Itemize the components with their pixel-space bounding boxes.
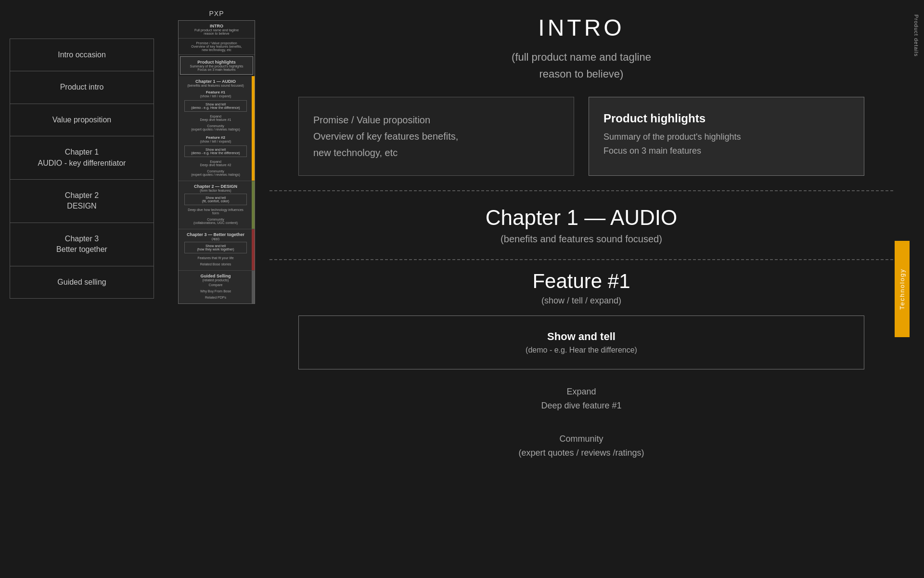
intro-title: INTRO [298,14,864,41]
feature1-area: Feature #1 (show / tell / expand) Show a… [270,260,893,578]
pxp-community-design: Community(collaborations, UGC content) [182,216,249,226]
nav-item-intro-occasion[interactable]: Intro occasion [10,39,154,71]
features-area: Feature #1 (show / tell / expand) Show a… [270,260,893,578]
pxp-guided-section: Guided Selling (related products) Compar… [179,271,255,303]
promise-highlights-row: Promise / Value proposition Overview of … [298,97,864,176]
top-section: INTRO (full product name and tagline rea… [270,0,893,191]
nav-item-value-proposition[interactable]: Value proposition [10,104,154,136]
highlights-box: Product highlights Summary of the produc… [589,97,864,176]
pxp-community-2: Community(expert quotes / reviews /ratin… [182,168,249,178]
pxp-expand-design: Deep dive how technology influences form [182,207,249,216]
pxp-show-tell-together: Show and tell(how they work together) [184,242,247,253]
nav-item-guided-selling[interactable]: Guided selling [10,266,154,298]
community-box: Community (expert quotes / reviews /rati… [298,422,864,470]
nav-items-list: Intro occasion Product intro Value propo… [10,39,154,299]
pxp-feature1: Feature #1 (show / tell / expand) [182,89,249,99]
bottom-section: Chapter 1 — AUDIO (benefits and features… [270,191,893,578]
pxp-expand-2: ExpandDeep dive feature #2 [182,158,249,168]
pxp-intro-section: INTRO Full product name and taglinereaso… [179,21,255,39]
pxp-promise-section: Promise / Value propositionOverview of k… [179,39,255,55]
product-details-tab[interactable]: Product details [911,0,924,578]
product-details-label: Product details [911,10,922,62]
pxp-chapter2-section: Chapter 2 — DESIGN (form factor features… [179,181,255,229]
pxp-show-tell-design: Show and tell(fit, comfort, color) [184,194,247,205]
pxp-community-1: Community(expert quotes / reviews /ratin… [182,123,249,132]
expand-box: Expand Deep dive feature #1 [298,375,864,422]
main-content-area: INTRO (full product name and tagline rea… [270,0,893,578]
promise-box: Promise / Value proposition Overview of … [298,97,574,176]
feature1-sub: (show / tell / expand) [298,296,864,306]
pxp-show-tell-1: Show and tell(demo - e.g. Hear the diffe… [184,100,247,112]
show-tell-sub: (demo - e.g. Hear the difference) [313,346,849,355]
chapter1-sub: (benefits and features sound focused) [298,234,864,245]
pxp-related-together: Related Bose stories [182,261,249,267]
nav-item-chapter3[interactable]: Chapter 3Better together [10,223,154,266]
highlights-title: Product highlights [603,112,849,125]
pxp-features-together: Features that fit your life [182,255,249,261]
chapter1-header: Chapter 1 — AUDIO (benefits and features… [270,191,893,260]
show-tell-title: Show and tell [313,330,849,343]
highlights-subtitle: Summary of the product's highlights Focu… [603,130,849,158]
technology-label: Technology [895,241,910,337]
intro-subtitle: (full product name and tagline reason to… [298,49,864,82]
pxp-feature2: Feature #2 (show / tell / expand) [182,134,249,144]
pxp-compare: Compare [182,282,249,288]
left-navigation: Intro occasion Product intro Value propo… [0,0,164,578]
chapter1-title: Chapter 1 — AUDIO [298,206,864,230]
nav-item-chapter2[interactable]: Chapter 2DESIGN [10,180,154,223]
pxp-chapter1-section: Chapter 1 — AUDIO (benefits and features… [179,76,255,181]
pxp-diagram: INTRO Full product name and taglinereaso… [178,20,255,304]
nav-item-chapter1[interactable]: Chapter 1AUDIO - key differentiator [10,136,154,180]
pxp-expand-1: ExpandDeep dive feature #1 [182,113,249,123]
right-technology-bar: Technology [893,0,911,578]
pxp-highlights-section: Product highlights Summary of the produc… [180,56,253,75]
pxp-show-tell-2: Show and tell(demo - e.g. Hear the diffe… [184,145,247,157]
pxp-related-pdp: Related PDPs [182,294,249,301]
pxp-title: PXP [209,10,224,17]
show-tell-box: Show and tell (demo - e.g. Hear the diff… [298,315,864,369]
pxp-diagram-column: PXP INTRO Full product name and tagliner… [164,0,270,578]
nav-item-product-intro[interactable]: Product intro [10,71,154,104]
feature1-title: Feature #1 [298,270,864,293]
pxp-chapter3-section: Chapter 3 — Better together (app) Show a… [179,229,255,271]
pxp-why-buy: Why Buy From Bose [182,288,249,294]
